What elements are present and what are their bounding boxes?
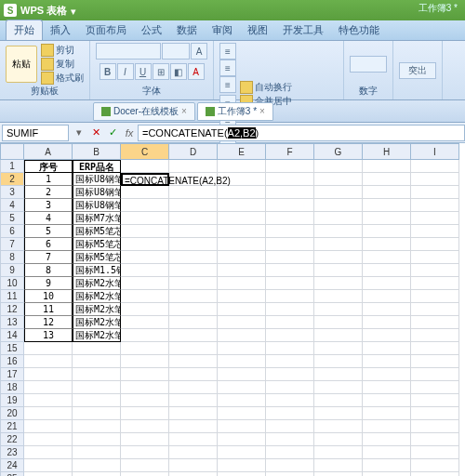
cell[interactable]: [121, 472, 169, 476]
cell[interactable]: [121, 264, 169, 277]
cell[interactable]: [266, 316, 314, 329]
ribbon-tab-2[interactable]: 页面布局: [78, 20, 134, 40]
row-header[interactable]: 14: [0, 329, 24, 342]
cell[interactable]: [73, 381, 121, 394]
close-icon[interactable]: ×: [259, 106, 265, 116]
cell[interactable]: [266, 381, 314, 394]
cell[interactable]: [169, 277, 218, 290]
cell[interactable]: [121, 342, 169, 355]
col-header[interactable]: I: [411, 143, 459, 160]
cell[interactable]: [363, 212, 411, 225]
row-header[interactable]: 8: [0, 251, 24, 264]
row-header[interactable]: 22: [0, 433, 24, 446]
cell[interactable]: [363, 160, 411, 173]
cell[interactable]: [169, 225, 218, 238]
cell[interactable]: [363, 433, 411, 446]
cell[interactable]: [266, 199, 314, 212]
format-painter-button[interactable]: 格式刷: [41, 72, 84, 85]
formula-input[interactable]: =CONCATENATE(A2,B2): [138, 125, 465, 141]
cell[interactable]: [314, 446, 363, 459]
cell[interactable]: [314, 212, 363, 225]
cell[interactable]: [169, 264, 218, 277]
cell[interactable]: [411, 225, 459, 238]
ribbon-tab-4[interactable]: 数据: [169, 20, 205, 40]
cell[interactable]: [266, 472, 314, 476]
cell[interactable]: [363, 407, 411, 420]
cut-button[interactable]: 剪切: [41, 44, 84, 57]
cell[interactable]: [266, 238, 314, 251]
cell[interactable]: [314, 251, 363, 264]
cell[interactable]: [411, 173, 459, 186]
col-header[interactable]: H: [363, 143, 411, 160]
paste-button[interactable]: 粘贴: [6, 46, 37, 83]
name-box[interactable]: SUMIF: [2, 125, 69, 141]
row-header[interactable]: 12: [0, 303, 24, 316]
row-header[interactable]: 7: [0, 238, 24, 251]
col-header[interactable]: G: [314, 143, 363, 160]
cell[interactable]: [218, 277, 266, 290]
cell[interactable]: [169, 394, 218, 407]
cell[interactable]: [24, 407, 73, 420]
row-header[interactable]: 18: [0, 381, 24, 394]
copy-button[interactable]: 复制: [41, 58, 84, 71]
cell[interactable]: [218, 342, 266, 355]
accept-formula-button[interactable]: ✓: [104, 125, 121, 141]
cell[interactable]: [266, 264, 314, 277]
cell[interactable]: ERP品名: [73, 160, 121, 173]
cell[interactable]: [314, 225, 363, 238]
cell[interactable]: 国标M2水笔: [73, 277, 121, 290]
cell[interactable]: [314, 316, 363, 329]
cell[interactable]: [218, 420, 266, 433]
align-top-button[interactable]: ≡: [219, 43, 236, 60]
cell[interactable]: [169, 303, 218, 316]
cell[interactable]: [121, 251, 169, 264]
cell[interactable]: [169, 212, 218, 225]
cell[interactable]: [121, 199, 169, 212]
cell[interactable]: [121, 433, 169, 446]
cell[interactable]: [218, 316, 266, 329]
italic-button[interactable]: I: [117, 63, 134, 80]
cell[interactable]: 国标U8钢笔: [73, 186, 121, 199]
cell[interactable]: [218, 446, 266, 459]
cell[interactable]: [121, 238, 169, 251]
cell[interactable]: [73, 446, 121, 459]
row-header[interactable]: 2: [0, 173, 24, 186]
row-header[interactable]: 1: [0, 160, 24, 173]
cell[interactable]: [73, 472, 121, 476]
cell[interactable]: [411, 381, 459, 394]
cell[interactable]: [363, 199, 411, 212]
cell[interactable]: [73, 433, 121, 446]
border-button[interactable]: ⊞: [153, 63, 169, 80]
cell[interactable]: [121, 407, 169, 420]
cell[interactable]: [363, 446, 411, 459]
cell[interactable]: [121, 394, 169, 407]
grow-font-button[interactable]: A: [191, 43, 207, 60]
row-header[interactable]: 23: [0, 446, 24, 459]
cell[interactable]: [218, 329, 266, 342]
cell[interactable]: 国标M5笔芯: [73, 251, 121, 264]
cell[interactable]: [121, 290, 169, 303]
doc-tab-0[interactable]: Docer-在线模板×: [93, 102, 195, 121]
cell[interactable]: [169, 186, 218, 199]
number-format-select[interactable]: [350, 56, 387, 73]
cell[interactable]: [169, 329, 218, 342]
cell[interactable]: [314, 381, 363, 394]
cell[interactable]: [218, 381, 266, 394]
cell[interactable]: [121, 186, 169, 199]
row-header[interactable]: 19: [0, 394, 24, 407]
cell[interactable]: [24, 433, 73, 446]
cell[interactable]: [363, 251, 411, 264]
cell[interactable]: [411, 316, 459, 329]
cell[interactable]: [121, 368, 169, 381]
cell[interactable]: [314, 459, 363, 472]
cell[interactable]: [411, 342, 459, 355]
cell[interactable]: 国标M2水笔: [73, 316, 121, 329]
cell[interactable]: [266, 212, 314, 225]
cell[interactable]: [266, 446, 314, 459]
cell[interactable]: 8: [24, 264, 73, 277]
cell[interactable]: [411, 264, 459, 277]
cell[interactable]: [314, 472, 363, 476]
wrap-text-button[interactable]: 自动换行: [240, 81, 292, 94]
cell[interactable]: 序号: [24, 160, 73, 173]
cell[interactable]: [411, 212, 459, 225]
